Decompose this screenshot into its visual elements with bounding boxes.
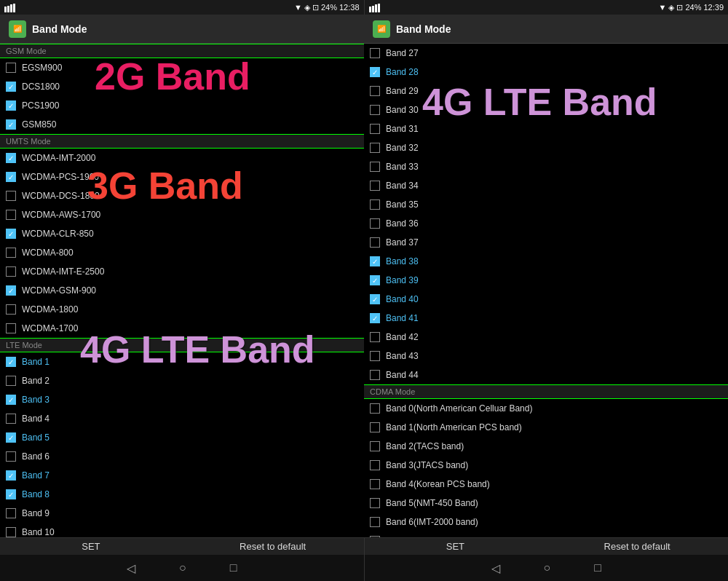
wcdma-800-checkbox[interactable] [6,248,16,258]
lte-band9-checkbox[interactable] [6,508,16,518]
cdma-band0-checkbox[interactable] [370,403,380,414]
lte-band4-checkbox[interactable] [6,414,16,424]
list-item[interactable]: Band 31 [364,119,728,138]
list-item[interactable]: WCDMA-800 [0,243,364,262]
list-item[interactable]: Band 2(TACS band) [364,437,728,456]
band36-checkbox[interactable] [370,218,380,229]
right-scroll-area[interactable]: Band 27 ✓ Band 28 Band 29 Band 30 Band 3… [364,44,728,537]
list-item[interactable]: Band 0(North American Celluar Band) [364,399,728,418]
list-item[interactable]: Band 9 [0,504,364,523]
list-item[interactable]: Band 42 [364,328,728,347]
band38-checkbox[interactable]: ✓ [370,256,380,266]
gsm850-checkbox[interactable]: ✓ [6,119,16,130]
band31-checkbox[interactable] [370,124,380,134]
lte-band10-checkbox[interactable] [6,527,16,537]
list-item[interactable]: ✓ WCDMA-PCS-1900 [0,167,364,186]
list-item[interactable]: WCDMA-1800 [0,300,364,319]
list-item[interactable]: Band 27 [364,44,728,63]
list-item[interactable]: Band 2 [0,371,364,390]
band32-checkbox[interactable] [370,143,380,153]
list-item[interactable]: Band 44 [364,365,728,384]
wcdma-1700-checkbox[interactable] [6,323,16,333]
list-item[interactable]: Band 10 [0,523,364,537]
band42-checkbox[interactable] [370,332,380,342]
list-item[interactable]: Band 33 [364,157,728,176]
list-item[interactable]: ✓ WCDMA-IMT-2000 [0,149,364,167]
egsm900-checkbox[interactable] [6,63,16,73]
list-item[interactable]: ✓ Band 39 [364,271,728,290]
band33-checkbox[interactable] [370,162,380,172]
wcdma-clr850-checkbox[interactable]: ✓ [6,229,16,239]
list-item[interactable]: Band 6(IMT-2000 band) [364,513,728,531]
band41-checkbox[interactable]: ✓ [370,313,380,323]
wcdma-dcs1800-checkbox[interactable] [6,191,16,201]
lte-band6-checkbox[interactable] [6,451,16,462]
lte-band5-checkbox[interactable]: ✓ [6,432,16,443]
list-item[interactable]: ✓ WCDMA-CLR-850 [0,224,364,243]
cdma-band5-checkbox[interactable] [370,498,380,508]
right-recent-button[interactable]: □ [594,561,601,574]
band35-checkbox[interactable] [370,199,380,210]
list-item[interactable]: ✓ Band 41 [364,309,728,328]
list-item[interactable]: ✓ WCDMA-GSM-900 [0,281,364,300]
list-item[interactable]: ✓ DCS1800 [0,77,364,96]
list-item[interactable]: Band 4(Korean PCS band) [364,475,728,494]
list-item[interactable]: WCDMA-AWS-1700 [0,205,364,224]
list-item[interactable]: ✓ Band 3 [0,390,364,409]
list-item[interactable]: ✓ PCS1900 [0,96,364,115]
list-item[interactable]: WCDMA-1700 [0,319,364,338]
band39-checkbox[interactable]: ✓ [370,275,380,285]
list-item[interactable]: EGSM900 [0,58,364,77]
list-item[interactable]: WCDMA-DCS-1800 [0,186,364,205]
band27-checkbox[interactable] [370,48,380,58]
dcs1800-checkbox[interactable]: ✓ [6,82,16,92]
left-scroll-area[interactable]: GSM Mode EGSM900 ✓ DCS1800 ✓ PCS1900 ✓ G… [0,44,364,537]
lte-band8-checkbox[interactable]: ✓ [6,489,16,499]
list-item[interactable]: Band 5(NMT-450 Band) [364,494,728,513]
cdma-band2-checkbox[interactable] [370,441,380,451]
list-item[interactable]: ✓ Band 8 [0,485,364,504]
cdma-band4-checkbox[interactable] [370,479,380,489]
list-item[interactable]: Band 43 [364,347,728,365]
cdma-band7-checkbox[interactable] [370,536,380,537]
list-item[interactable]: Band 1(North American PCS band) [364,418,728,437]
list-item[interactable]: ✓ Band 28 [364,63,728,82]
left-reset-button[interactable]: Reset to default [182,538,364,555]
list-item[interactable]: Band 36 [364,214,728,233]
list-item[interactable]: WCDMA-IMT-E-2500 [0,262,364,281]
right-home-button[interactable]: ○ [544,561,551,574]
list-item[interactable]: ✓ Band 38 [364,252,728,271]
lte-band1-checkbox[interactable]: ✓ [6,357,16,367]
left-recent-button[interactable]: □ [230,561,237,574]
band34-checkbox[interactable] [370,181,380,191]
wcdma-imt2000-checkbox[interactable]: ✓ [6,153,16,163]
left-back-button[interactable]: ◁ [127,561,135,575]
right-set-button[interactable]: SET [365,538,547,555]
band28-checkbox[interactable]: ✓ [370,67,380,77]
band43-checkbox[interactable] [370,351,380,361]
list-item[interactable]: Band 29 [364,82,728,100]
list-item[interactable]: Band 4 [0,409,364,428]
right-back-button[interactable]: ◁ [491,561,500,575]
band40-checkbox[interactable]: ✓ [370,294,380,304]
right-reset-button[interactable]: Reset to default [546,538,728,555]
lte-band2-checkbox[interactable] [6,376,16,386]
left-set-button[interactable]: SET [0,538,182,555]
list-item[interactable]: ✓ Band 7 [0,466,364,485]
band37-checkbox[interactable] [370,237,380,248]
list-item[interactable]: ✓ Band 40 [364,290,728,309]
cdma-band3-checkbox[interactable] [370,460,380,470]
list-item[interactable]: ✓ Band 5 [0,428,364,447]
list-item[interactable]: Band 32 [364,138,728,157]
list-item[interactable]: Band 7(North American 700Mhz Celluar Ban… [364,531,728,537]
wcdma-aws1700-checkbox[interactable] [6,210,16,220]
wcdma-pcs1900-checkbox[interactable]: ✓ [6,172,16,182]
wcdma-gsm900-checkbox[interactable]: ✓ [6,285,16,296]
lte-band3-checkbox[interactable]: ✓ [6,395,16,405]
list-item[interactable]: Band 35 [364,195,728,214]
cdma-band6-checkbox[interactable] [370,517,380,527]
pcs1900-checkbox[interactable]: ✓ [6,100,16,111]
lte-band7-checkbox[interactable]: ✓ [6,470,16,481]
band30-checkbox[interactable] [370,105,380,115]
band44-checkbox[interactable] [370,370,380,380]
